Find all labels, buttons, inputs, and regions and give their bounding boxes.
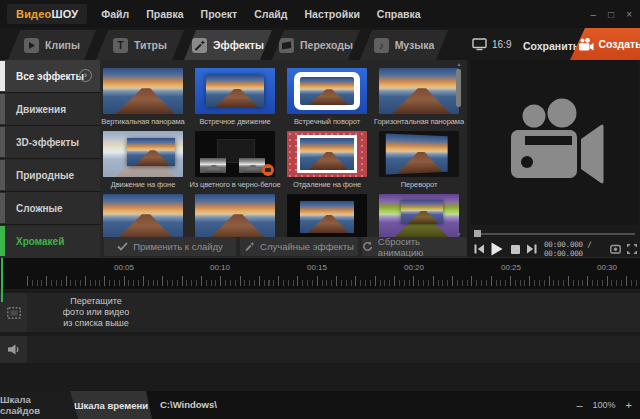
aspect-ratio-value: 16:9 [492,39,511,50]
effect-item [379,194,459,237]
snapshot-icon[interactable] [610,244,621,254]
effect-label: Горизонтальная панорама [373,117,465,126]
category-indicator [0,94,5,124]
minimize-button[interactable]: – [591,9,597,20]
slides-scale-tab[interactable]: Шкала слайдов [0,391,78,419]
save-button[interactable]: Сохранить [523,40,579,52]
maximize-button[interactable]: □ [608,9,614,20]
filmstrip-icon [7,307,21,319]
playhead[interactable] [1,258,3,302]
speaker-icon [8,344,20,355]
seek-track [474,233,635,235]
seek-bar[interactable] [474,230,635,238]
effect-item: Из цветного в черно-белое [195,131,275,194]
reset-animation-button[interactable]: Сбросить анимацию [362,237,467,256]
timeline-ruler[interactable]: 00:05 00:10 00:15 00:20 00:25 00:30 [0,257,640,289]
effect-thumbnail[interactable] [287,194,367,237]
menu-edit[interactable]: Правка [146,8,183,20]
videoshow-window: ВидеоШОУ Файл Правка Проект Слайд Настро… [0,0,640,419]
sidebar-item-motions[interactable]: Движения [0,93,100,125]
timeline-tracks: Перетащите фото или видео из списка выше [0,290,640,391]
zoom-in-button[interactable]: + [626,399,632,411]
window-controls: – □ × [591,0,632,28]
effect-item: Отдаление на фоне [287,131,367,194]
tab-label: Переходы [300,39,353,51]
ruler-tick-label: 00:15 [304,263,330,272]
effect-thumbnail[interactable] [195,194,275,237]
reset-icon [362,241,373,252]
effect-item: Горизонтальная панорама [379,68,459,131]
effect-thumbnail[interactable] [103,194,183,237]
random-label: Случайные эффекты [260,241,354,252]
effect-thumbnail-color-to-bw[interactable] [195,131,275,177]
tab-titles[interactable]: T Титры [96,30,184,60]
menu-slide[interactable]: Слайд [254,8,287,20]
play-button[interactable] [490,242,503,256]
effect-item: Встречное движение [195,68,275,131]
video-camera-icon [578,38,594,51]
menu-help[interactable]: Справка [377,8,421,20]
menu-project[interactable]: Проект [201,8,238,20]
app-logo: ВидеоШОУ [7,4,87,24]
scrollbar-thumb[interactable] [456,69,461,107]
effect-thumbnail-counter-turn[interactable] [287,68,367,114]
fullscreen-icon[interactable] [627,244,637,254]
zoom-out-button[interactable]: – [576,399,582,411]
menu-bar: Файл Правка Проект Слайд Настройки Справ… [101,8,420,20]
category-indicator [0,193,5,223]
tab-music[interactable]: ♪ Музыка [360,30,448,60]
sidebar-item-all-effects[interactable]: Все эффекты › [0,60,100,92]
effect-thumbnail-motion-on-bg[interactable] [103,131,183,177]
menubar: ВидеоШОУ Файл Правка Проект Слайд Настро… [0,0,640,28]
music-note-icon: ♪ [374,38,389,53]
ruler-tick-label: 00:05 [111,263,137,272]
sidebar-item-complex[interactable]: Сложные [0,192,100,224]
effect-label: Движение на фоне [100,180,189,189]
menu-file[interactable]: Файл [101,8,129,20]
effect-thumbnail-horizontal-pan[interactable] [379,68,459,114]
effect-thumbnail-flip[interactable] [379,131,459,177]
zoom-level: 100% [593,400,616,410]
category-indicator [0,127,5,157]
random-effects-button[interactable]: Случайные эффекты [240,237,358,256]
logo-text-orange: Видео [16,8,52,20]
effect-item: Движение на фоне [103,131,183,194]
audio-track-drop-area[interactable] [0,336,640,363]
scroll-up-icon[interactable]: ▲ [455,61,463,67]
tab-clips[interactable]: Клипы [8,30,96,60]
effect-thumbnail-counter-motion[interactable] [195,68,275,114]
category-indicator [0,160,5,190]
project-path: C:\Windows\ [160,399,217,410]
transition-icon [279,38,294,53]
next-frame-button[interactable] [527,244,537,254]
aspect-ratio-control[interactable]: 16:9 [472,38,511,51]
photo-track-drop-area[interactable]: Перетащите фото или видео из списка выше [0,293,640,332]
sidebar-item-nature[interactable]: Природные [0,159,100,191]
wand-icon [244,241,255,252]
time-scale-tab[interactable]: Шкала времени [70,391,152,419]
apply-label: Применить к слайду [133,241,223,252]
effect-thumbnail-vertical-pan[interactable] [103,68,183,114]
effects-scrollbar[interactable]: ▲ ▼ [455,61,463,237]
stop-button[interactable] [511,245,520,254]
sidebar-item-label: Хромакей [16,236,64,247]
sidebar-item-chromakey[interactable]: Хромакей [0,225,100,257]
apply-to-slide-button[interactable]: Применить к слайду [104,237,236,256]
tab-label: Титры [134,39,167,51]
sidebar-item-3d-effects[interactable]: 3D-эффекты [0,126,100,158]
close-button[interactable]: × [626,9,632,20]
create-label: Создать [598,38,640,50]
active-indicator [0,61,5,91]
logo-text-white: ШОУ [52,8,79,20]
effect-thumbnail-zoom-out-on-bg[interactable] [287,131,367,177]
effect-item: Вертикальная панорама [103,68,183,131]
check-icon [117,242,128,251]
tab-transitions[interactable]: Переходы [272,30,360,60]
effect-item [103,194,183,237]
previous-frame-button[interactable] [474,244,484,254]
effect-thumbnail[interactable] [379,194,459,237]
tab-effects[interactable]: Эффекты [184,30,272,60]
menu-settings[interactable]: Настройки [304,8,359,20]
effect-label: Переворот [373,180,465,189]
seek-handle[interactable] [474,230,481,237]
